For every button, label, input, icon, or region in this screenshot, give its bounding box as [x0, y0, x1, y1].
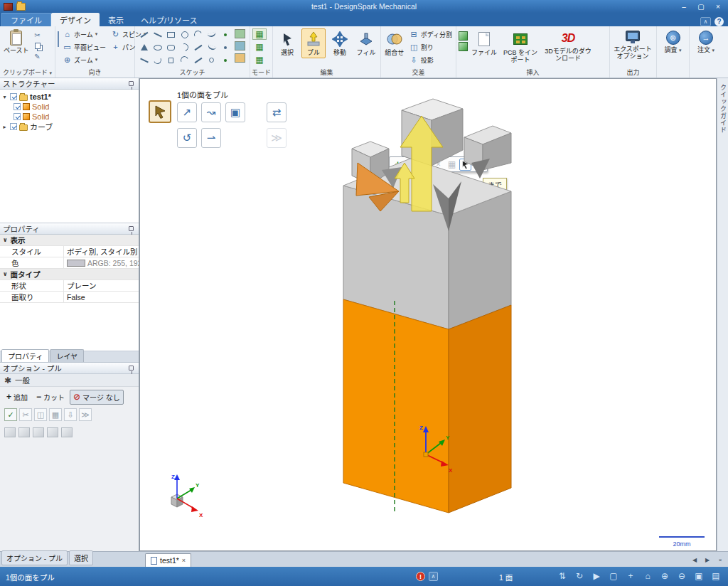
inspect-button[interactable]: ⊕ 調査 ▾	[659, 28, 687, 55]
sketch-offset-icon[interactable]	[151, 54, 164, 66]
pull-select-tool-button[interactable]	[149, 100, 171, 123]
3d-viewport[interactable]: 1個の面をプル ↗ ↝ ▣ ⇄ ↺ ⇀ ≫ + − ⊘ × ▦ ≫ まで	[139, 78, 717, 551]
insert-file-button[interactable]: ファイル	[470, 28, 498, 58]
tab-layers[interactable]: レイヤ	[50, 349, 84, 362]
view-cube-icon[interactable]	[58, 31, 59, 47]
cut-icon[interactable]: ✂	[33, 31, 43, 40]
pull-revolve-button[interactable]: ↺	[177, 128, 197, 148]
move-tool-button[interactable]: 移動	[328, 28, 352, 58]
pull-tool-button[interactable]: プル	[301, 28, 326, 58]
sketch-spline-icon[interactable]	[205, 28, 218, 41]
cut-material-icon[interactable]: −	[405, 159, 417, 171]
sketch-move-grid-icon[interactable]	[235, 53, 245, 63]
format-paint-icon[interactable]: ✎	[33, 52, 43, 61]
property-row-chamfer[interactable]: 面取り False	[0, 292, 139, 303]
cut-mode-button[interactable]: −カット	[33, 390, 68, 405]
pull-copy-face-button[interactable]: ⇄	[267, 102, 287, 122]
scroll-tabs-left-icon[interactable]: ◀	[690, 555, 700, 565]
sketch-mirror-icon[interactable]	[164, 54, 178, 66]
pull-option-icon[interactable]: ✂	[19, 408, 32, 421]
tab-design[interactable]: デザイン	[51, 13, 100, 26]
add-mode-button[interactable]: +追加	[3, 390, 31, 405]
open-file-icon[interactable]	[16, 3, 26, 11]
options-general-row[interactable]: ✱ 一般	[0, 374, 139, 387]
close-document-icon[interactable]: ×	[182, 557, 186, 564]
sketch-point-icon[interactable]	[218, 28, 232, 41]
pull-target-icon[interactable]	[4, 427, 16, 437]
sketch-line3-icon[interactable]	[191, 41, 205, 53]
visibility-checkbox[interactable]	[14, 113, 21, 120]
pan-icon[interactable]: +	[626, 571, 636, 582]
close-tab-icon[interactable]: ×	[715, 555, 725, 565]
pull-option-icon[interactable]: ⇩	[64, 408, 77, 421]
sketch-trim-icon[interactable]	[137, 54, 151, 66]
visibility-checkbox[interactable]	[14, 103, 21, 110]
minimize-button[interactable]: –	[675, 1, 692, 12]
help-icon[interactable]: ?	[714, 17, 724, 26]
zoom-extents-icon[interactable]: ▤	[711, 571, 721, 582]
dock-tab-select[interactable]: 選択	[69, 550, 93, 565]
tab-properties[interactable]: プロパティ	[1, 349, 49, 362]
split-body-button[interactable]: ⊟ボディ分割	[408, 28, 454, 40]
paste-button[interactable]: ペースト	[2, 28, 31, 56]
sketch-circle-icon[interactable]	[178, 28, 191, 41]
pin-icon[interactable]	[129, 226, 134, 231]
pull-option-icon[interactable]: ≫	[79, 408, 92, 421]
sketch-point2-icon[interactable]	[218, 41, 232, 53]
plan-view-button[interactable]: ▭平面ビュー	[61, 41, 107, 53]
property-row-style[interactable]: スタイル ボディ別, スタイル別	[0, 246, 139, 257]
zoom-in-icon[interactable]: ⊕	[660, 571, 670, 582]
sketch-mode-icon[interactable]: ▦	[252, 28, 267, 40]
sketch-ellipse-icon[interactable]	[151, 41, 164, 53]
sketch-rounded-rect-icon[interactable]	[164, 41, 178, 53]
pull-option-icon[interactable]: ▦	[49, 408, 62, 421]
pull-target-icon[interactable]	[33, 427, 44, 437]
sketch-rectangle-icon[interactable]	[164, 28, 178, 41]
tree-row-root[interactable]: ▾ test1*	[1, 92, 137, 102]
no-merge-icon[interactable]: ⊘	[419, 159, 431, 171]
zoom-window-icon[interactable]: ▣	[694, 571, 704, 582]
import-pcb-button[interactable]: PCB をインポート	[500, 28, 540, 66]
sketch-polygon-icon[interactable]	[137, 41, 151, 53]
no-merge-button[interactable]: ⊘マージ なし	[70, 390, 124, 405]
fill-tool-button[interactable]: フィル	[354, 28, 378, 58]
visibility-checkbox[interactable]	[10, 93, 17, 100]
zoom-out-icon[interactable]: ⊖	[677, 571, 687, 582]
external-component-icon[interactable]	[459, 42, 468, 51]
sketch-fillet-icon[interactable]	[178, 54, 191, 66]
add-material-icon[interactable]: +	[392, 159, 404, 171]
property-row-shape[interactable]: 形状 プレーン	[0, 280, 139, 292]
sketch-chamfer-icon[interactable]	[191, 54, 205, 66]
section-mode-icon[interactable]: ▦	[252, 41, 267, 53]
home-view-icon[interactable]: ⌂	[643, 571, 653, 582]
export-options-button[interactable]: エクスポートオプション	[612, 28, 653, 63]
select-mode-icon[interactable]: ▶	[592, 571, 601, 582]
pull-draft-button[interactable]: ⇀	[201, 128, 221, 148]
visibility-checkbox[interactable]	[10, 123, 17, 130]
close-button[interactable]: ×	[710, 1, 727, 12]
section-display[interactable]: ∨表示	[0, 235, 139, 246]
download-3d-button[interactable]: 3D 3Dモデルのダウンロード	[542, 28, 594, 65]
split-button[interactable]: ◫割り	[408, 41, 454, 53]
spin-view-icon[interactable]: ↻	[574, 571, 584, 582]
app-icon[interactable]	[4, 3, 13, 11]
new-component-icon[interactable]	[459, 31, 468, 41]
right-panel-strip[interactable]: クイックガイド	[717, 78, 728, 551]
tab-file[interactable]: ファイル	[1, 13, 51, 26]
pull-target-icon[interactable]	[61, 427, 73, 437]
zoom-button[interactable]: ⊕ズーム▾	[61, 54, 107, 65]
measure-pull-icon[interactable]: ✓	[4, 408, 17, 421]
pull-both-sides-button[interactable]: ▣	[225, 102, 245, 122]
combine-button[interactable]: 組合せ	[383, 28, 406, 58]
pull-option-icon[interactable]: ◫	[34, 408, 47, 421]
sketch-construction-icon[interactable]	[218, 54, 232, 66]
error-badge-icon[interactable]: !	[416, 572, 425, 581]
tree-row-solid1[interactable]: Solid	[1, 102, 137, 112]
sketch-project-icon[interactable]	[205, 54, 218, 66]
pin-icon[interactable]	[129, 81, 134, 86]
maximize-button[interactable]: ▢	[692, 1, 710, 12]
home-view-button[interactable]: ⌂ホーム▾	[61, 28, 107, 40]
pin-icon[interactable]	[129, 366, 134, 371]
sketch-grid-icon[interactable]	[235, 29, 245, 38]
select-tool-button[interactable]: 選択	[275, 28, 299, 58]
